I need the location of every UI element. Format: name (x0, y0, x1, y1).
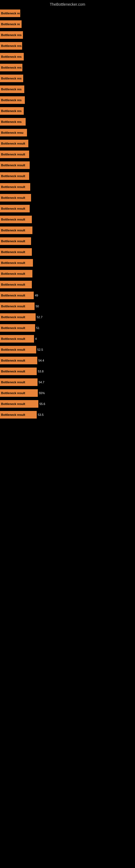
bar-row: Bottleneck re (0, 19, 135, 29)
bar-row: Bottleneck result50 (0, 301, 135, 311)
bar-label: Bottleneck result (0, 140, 28, 147)
bar-row: Bottleneck result (0, 258, 135, 268)
bar-label: Bottleneck result (0, 194, 31, 202)
bar-label: Bottleneck res (0, 64, 22, 71)
bar-row: Bottleneck result54.4 (0, 355, 135, 366)
bar-label: Bottleneck result (0, 161, 30, 169)
bar-row: Bottleneck res (0, 84, 135, 94)
bar-row: Bottleneck result (0, 193, 135, 203)
bar-row: Bottleneck result (0, 269, 135, 279)
bar-value: 52.5 (37, 348, 43, 351)
bar-value: 4 (35, 337, 37, 340)
bar-label: Bottleneck resu (0, 129, 27, 136)
bar-value: 53.8 (38, 370, 43, 373)
bar-row: Bottleneck res (0, 73, 135, 84)
bar-label: Bottleneck result (0, 389, 38, 397)
bar-row: Bottleneck result55.6 (0, 399, 135, 409)
bar-value: 52.7 (37, 315, 42, 319)
bar-value: 55% (39, 392, 45, 395)
bar-row: Bottleneck res (0, 41, 135, 51)
bar-label: Bottleneck result (0, 324, 35, 332)
bar-label: Bottleneck re (0, 9, 20, 17)
bar-label: Bottleneck res (0, 107, 24, 115)
bar-row: Bottleneck result (0, 204, 135, 214)
bar-row: Bottleneck resu (0, 127, 135, 138)
bar-row: Bottleneck result (0, 279, 135, 290)
bar-label: Bottleneck result (0, 205, 30, 212)
bar-label: Bottleneck result (0, 335, 34, 343)
bar-label: Bottleneck res (0, 53, 24, 61)
bar-row: Bottleneck result (0, 214, 135, 225)
bar-label: Bottleneck result (0, 368, 37, 375)
bar-row: Bottleneck res (0, 117, 135, 127)
bar-label: Bottleneck result (0, 357, 37, 364)
bar-label: Bottleneck result (0, 400, 38, 408)
bar-row: Bottleneck result (0, 149, 135, 159)
bar-row: Bottleneck result (0, 160, 135, 170)
bar-row: Bottleneck result55% (0, 388, 135, 398)
bar-row: Bottleneck result (0, 138, 135, 149)
bar-row: Bottleneck res (0, 52, 135, 62)
bar-row: Bottleneck res (0, 106, 135, 116)
site-title: TheBottlenecker.com (0, 0, 135, 8)
bar-label: Bottleneck result (0, 313, 36, 321)
bar-row: Bottleneck result53.8 (0, 366, 135, 376)
bar-label: Bottleneck res (0, 42, 22, 50)
bar-row: Bottleneck result (0, 247, 135, 257)
bar-label: Bottleneck result (0, 270, 32, 278)
bar-row: Bottleneck res (0, 62, 135, 73)
bar-row: Bottleneck result52.5 (0, 344, 135, 355)
bar-row: Bottleneck result (0, 171, 135, 181)
bar-row: Bottleneck res (0, 95, 135, 105)
bar-label: Bottleneck result (0, 291, 34, 299)
bar-row: Bottleneck result54.7 (0, 377, 135, 388)
bar-row: Bottleneck re (0, 8, 135, 19)
bar-row: Bottleneck result49 (0, 290, 135, 301)
bar-row: Bottleneck res (0, 30, 135, 40)
bar-label: Bottleneck result (0, 303, 35, 310)
bar-label: Bottleneck result (0, 248, 32, 256)
bar-label: Bottleneck re (0, 20, 21, 28)
bar-value: 53.5 (38, 413, 43, 416)
bar-value: 50 (36, 305, 39, 308)
bar-row: Bottleneck result (0, 225, 135, 236)
bar-label: Bottleneck result (0, 346, 36, 353)
bar-label: Bottleneck res (0, 96, 25, 104)
bar-label: Bottleneck res (0, 118, 26, 126)
bar-value: 54.7 (39, 380, 44, 384)
bar-label: Bottleneck result (0, 226, 32, 234)
bar-label: Bottleneck result (0, 281, 32, 288)
bar-label: Bottleneck res (0, 74, 23, 82)
bar-label: Bottleneck result (0, 378, 38, 386)
bar-row: Bottleneck result4 (0, 334, 135, 344)
bar-row: Bottleneck result (0, 182, 135, 192)
bar-row: Bottleneck result (0, 236, 135, 246)
bar-label: Bottleneck res (0, 31, 23, 39)
bar-row: Bottleneck result52.7 (0, 312, 135, 322)
bar-value: 51 (36, 326, 39, 330)
bar-value: 55.6 (39, 402, 45, 405)
bar-label: Bottleneck result (0, 183, 30, 191)
bar-label: Bottleneck result (0, 172, 29, 180)
bar-label: Bottleneck result (0, 237, 31, 245)
bar-row: Bottleneck result53.5 (0, 410, 135, 420)
bar-label: Bottleneck result (0, 411, 37, 418)
bar-label: Bottleneck result (0, 259, 33, 267)
bar-label: Bottleneck result (0, 216, 32, 223)
bar-label: Bottleneck res (0, 86, 24, 93)
bar-value: 54.4 (38, 359, 44, 362)
chart-container: Bottleneck reBottleneck reBottleneck res… (0, 8, 135, 420)
bar-label: Bottleneck result (0, 151, 29, 158)
bar-row: Bottleneck result51 (0, 323, 135, 333)
bar-value: 49 (35, 294, 38, 297)
